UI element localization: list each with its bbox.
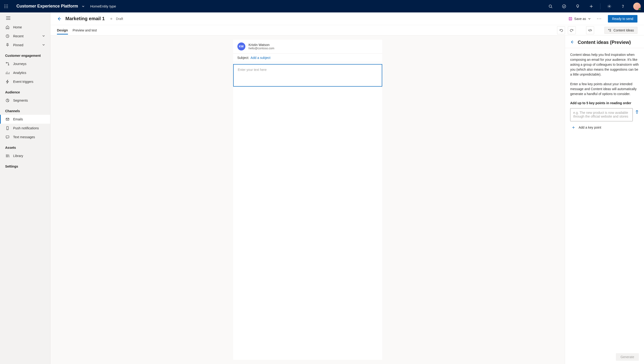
svg-point-11 — [609, 6, 610, 7]
nav-label: Pinned — [13, 43, 24, 47]
chevron-down-icon — [42, 34, 45, 38]
tab-preview-test[interactable]: Preview and test — [73, 26, 97, 35]
page-header: Marketing email 1 Draft Save as ··· Read… — [50, 13, 644, 25]
panel-back-icon[interactable] — [570, 40, 574, 45]
route-icon — [5, 62, 10, 66]
svg-point-2 — [7, 5, 8, 5]
svg-point-8 — [7, 7, 8, 8]
keypoint-input[interactable] — [570, 108, 633, 121]
sidebar-item-journeys[interactable]: Journeys — [0, 59, 50, 68]
sidebar-collapse-toggle[interactable] — [0, 13, 50, 23]
sidebar-item-home[interactable]: Home — [0, 23, 50, 32]
breadcrumb-item[interactable]: Entity type — [100, 4, 116, 8]
breadcrumb: HomeEntity type — [90, 4, 116, 8]
svg-point-7 — [6, 7, 6, 8]
back-arrow-icon[interactable] — [57, 17, 62, 21]
app-switcher-chevron-icon[interactable] — [82, 5, 84, 8]
sender-avatar: KW — [238, 43, 245, 51]
save-as-button[interactable]: Save as — [568, 17, 591, 21]
nav-label: Emails — [13, 117, 23, 121]
phone-icon — [5, 126, 10, 130]
add-icon[interactable] — [586, 1, 597, 12]
tab-design[interactable]: Design — [57, 26, 68, 35]
sidebar-section-settings: Settings — [0, 160, 50, 170]
breadcrumb-item[interactable]: Home — [90, 4, 100, 8]
sender-name: Kristin Watson — [249, 43, 274, 47]
help-icon[interactable] — [617, 1, 628, 12]
status-text: Draft — [116, 17, 123, 21]
home-icon — [5, 25, 10, 30]
svg-point-0 — [4, 5, 5, 5]
panel-title: Content ideas (Preview) — [578, 40, 631, 45]
delete-keypoint-icon[interactable] — [635, 108, 639, 115]
sidebar-item-emails[interactable]: Emails — [0, 115, 50, 124]
nav-label: Event triggers — [13, 80, 33, 84]
svg-point-15 — [8, 65, 9, 66]
app-title[interactable]: Customer Experience Platform — [16, 4, 78, 9]
global-header: Customer Experience Platform HomeEntity … — [0, 0, 644, 13]
add-subject-link[interactable]: Add a subject — [250, 56, 270, 60]
undo-icon[interactable] — [557, 26, 565, 34]
email-body-input[interactable]: Enter your text here — [233, 64, 382, 87]
sms-icon — [5, 135, 10, 139]
sidebar-item-recent[interactable]: Recent — [0, 32, 50, 41]
ready-to-send-button[interactable]: Ready to send — [608, 15, 638, 23]
sidebar-section-customer-engagement: Customer engagement — [0, 50, 50, 59]
app-launcher-icon[interactable] — [3, 4, 9, 9]
nav-label: Push notifications — [13, 126, 39, 130]
svg-rect-20 — [569, 17, 572, 20]
nav-label: Segments — [13, 99, 28, 102]
svg-point-10 — [562, 5, 566, 8]
header-divider — [600, 3, 600, 9]
settings-gear-icon[interactable] — [604, 1, 615, 12]
canvas: KW Kristin Watson hello@contoso.com Subj… — [50, 36, 565, 364]
pin-icon — [5, 43, 10, 47]
sidebar: HomeRecentPinned Customer engagementJour… — [0, 13, 50, 364]
sidebar-item-analytics[interactable]: Analytics — [0, 68, 50, 77]
svg-point-14 — [6, 62, 7, 63]
sidebar-item-segments[interactable]: Segments — [0, 96, 50, 105]
lightbulb-icon[interactable] — [572, 1, 583, 12]
svg-point-1 — [6, 5, 6, 5]
task-check-icon[interactable] — [558, 1, 570, 12]
nav-label: Library — [13, 154, 23, 158]
add-keypoint-button[interactable]: ＋ Add a key point — [570, 121, 639, 133]
analytics-icon — [5, 70, 10, 75]
library-icon — [5, 153, 10, 158]
sidebar-item-push-notifications[interactable]: Push notifications — [0, 124, 50, 133]
keypoints-heading: Add up to 5 key points in reading order — [570, 101, 639, 105]
svg-point-6 — [4, 7, 5, 8]
mail-icon — [5, 117, 10, 122]
svg-rect-19 — [6, 136, 9, 138]
sidebar-item-text-messages[interactable]: Text messages — [0, 133, 50, 141]
sidebar-item-event-triggers[interactable]: Event triggers — [0, 77, 50, 86]
svg-point-5 — [7, 6, 8, 7]
svg-point-12 — [623, 7, 623, 7]
chevron-down-icon — [42, 43, 45, 47]
from-row: KW Kristin Watson hello@contoso.com — [233, 40, 382, 53]
panel-description-2: Enter a few key points about your intend… — [570, 82, 639, 96]
content-ideas-button[interactable]: Content Ideas — [604, 27, 638, 34]
sidebar-section-assets: Assets — [0, 141, 50, 151]
nav-label: Text messages — [13, 135, 35, 139]
nav-label: Recent — [13, 34, 24, 38]
search-icon[interactable] — [545, 1, 556, 12]
content-ideas-label: Content Ideas — [614, 28, 634, 32]
html-view-icon[interactable] — [586, 26, 594, 34]
panel-description-1: Content ideas help you find inspiration … — [570, 52, 639, 77]
nav-label: Home — [13, 25, 22, 29]
status-dot-icon — [110, 18, 112, 20]
redo-icon[interactable] — [568, 26, 576, 34]
sidebar-item-pinned[interactable]: Pinned — [0, 41, 50, 50]
add-keypoint-label: Add a key point — [578, 126, 601, 129]
more-actions-icon[interactable]: ··· — [594, 16, 604, 21]
sender-email: hello@contoso.com — [249, 47, 274, 50]
user-avatar[interactable] — [633, 3, 641, 10]
sidebar-section-audience: Audience — [0, 86, 50, 96]
sidebar-item-library[interactable]: Library — [0, 151, 50, 160]
save-as-label: Save as — [574, 17, 586, 21]
svg-point-9 — [549, 5, 552, 7]
generate-button[interactable]: Generate — [616, 353, 639, 361]
nav-label: Analytics — [13, 71, 26, 75]
segment-icon — [5, 98, 10, 103]
